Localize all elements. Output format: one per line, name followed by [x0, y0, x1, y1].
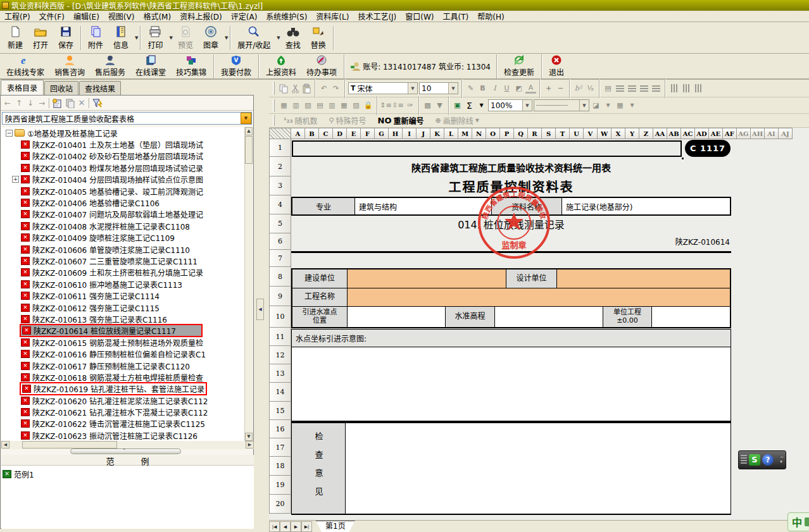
- next-page-button[interactable]: ▶: [291, 521, 301, 532]
- column-header[interactable]: AB: [667, 128, 681, 139]
- help-icon[interactable]: ?: [762, 454, 774, 466]
- font-size-combo[interactable]: 10 ▼: [419, 82, 458, 94]
- font-color-icon[interactable]: A: [525, 84, 536, 94]
- sheet-tab-page1[interactable]: 第1页: [316, 521, 355, 532]
- sheet-corner-cell[interactable]: [269, 128, 291, 139]
- check-opinion-block[interactable]: 检查意见: [291, 421, 731, 515]
- menu-item[interactable]: 格式(M): [139, 10, 175, 22]
- border-dropdown-arrow[interactable]: ▼: [627, 101, 637, 111]
- tree-item[interactable]: ✕ 陕ZKZ-010613 强夯施工记录表C1116: [1, 313, 246, 325]
- row-header[interactable]: 10: [269, 306, 291, 328]
- row-header[interactable]: 9: [269, 287, 291, 306]
- tree-item[interactable]: ✕ 陕ZKZ-010621 钻孔灌注桩水下混凝土记录表C112: [1, 406, 246, 418]
- quick-table-icon[interactable]: ▣: [452, 101, 463, 111]
- copy-note-icon[interactable]: [65, 98, 75, 108]
- row-header[interactable]: 5: [269, 214, 291, 233]
- menu-item[interactable]: 资料库(L): [311, 10, 353, 22]
- specialty-value[interactable]: 建筑与结构: [354, 198, 491, 214]
- info-dropdown-arrow[interactable]: ▼: [135, 35, 138, 40]
- replace-button[interactable]: 替换: [306, 24, 331, 51]
- prev-page-button[interactable]: ◀: [280, 521, 291, 532]
- menu-item[interactable]: 资料上报(D): [175, 10, 227, 22]
- column-header[interactable]: V: [584, 128, 598, 139]
- column-header[interactable]: W: [598, 128, 611, 139]
- tree-item[interactable]: ✕ 陕ZKZ-010615 钢筋混凝土预制桩进场外观质量检: [1, 337, 246, 348]
- first-page-button[interactable]: |◀: [269, 521, 280, 532]
- row-height-icon[interactable]: ⇳≡: [392, 101, 403, 111]
- menu-item[interactable]: 编辑(E): [69, 10, 104, 22]
- toolbar-grip[interactable]: [273, 82, 275, 96]
- expand-collapse-button[interactable]: 展开/收起: [232, 24, 275, 51]
- row-header[interactable]: 15: [269, 402, 291, 420]
- collapse-panel-button[interactable]: ◀: [256, 299, 264, 320]
- scroll-thumb[interactable]: [22, 441, 117, 448]
- selected-cell-range[interactable]: [292, 140, 682, 157]
- stamp-dropdown-arrow[interactable]: ▼: [225, 35, 228, 40]
- floating-toolbar[interactable]: S ? −▾: [738, 450, 786, 469]
- column-header[interactable]: I: [403, 128, 417, 139]
- row-header[interactable]: 1: [269, 139, 291, 157]
- tree-item[interactable]: ✕ 陕ZKZ-010623 振动沉管注桩施工记录表C1126: [1, 430, 246, 441]
- column-header[interactable]: C: [319, 128, 333, 139]
- column-header[interactable]: AH: [751, 128, 765, 139]
- menu-item[interactable]: 工程(P): [0, 10, 35, 22]
- tree-item-selected[interactable]: ✕ 陕ZKZ-010614 桩位放线测量记录C1117: [1, 325, 246, 337]
- sketch-label-band[interactable]: 水点坐标引进示意图:: [291, 329, 731, 347]
- menu-item[interactable]: 评定(A): [227, 10, 262, 22]
- doc-name-value[interactable]: 施工记录(地基部分): [561, 198, 730, 214]
- column-header[interactable]: Z: [639, 128, 653, 139]
- diagonal-border-icon[interactable]: ◪: [591, 101, 601, 111]
- column-header[interactable]: AJ: [779, 128, 793, 139]
- ime-indicator[interactable]: 中: [787, 512, 809, 531]
- menu-item[interactable]: 文件(F): [35, 10, 69, 22]
- underline-button[interactable]: U: [501, 84, 512, 94]
- example-item[interactable]: ✕ 范例1: [1, 468, 254, 479]
- font-name-dropdown-arrow[interactable]: ▼: [408, 83, 417, 94]
- tab-form-catalog[interactable]: 表格目录: [1, 80, 44, 95]
- column-header[interactable]: AF: [723, 128, 737, 139]
- lock-cell-icon[interactable]: 🔒: [363, 101, 373, 111]
- sales-consult-button[interactable]: 销售咨询: [49, 54, 90, 78]
- column-header[interactable]: P: [500, 128, 514, 139]
- project-name-value-cell[interactable]: [347, 288, 730, 306]
- row-header[interactable]: 16: [269, 420, 291, 438]
- pay-button[interactable]: V 我要付款: [216, 54, 256, 78]
- row-header[interactable]: 12: [269, 346, 291, 364]
- fill-color-icon[interactable]: ▩: [422, 101, 433, 111]
- tree-item[interactable]: ✕ 陕ZKZ-010616 静压预制桩桩位偏差自检记录表C1: [1, 348, 246, 359]
- fraction-icon[interactable]: ⅟ₐ: [585, 84, 596, 94]
- vertical-text-right-icon[interactable]: [693, 84, 703, 94]
- menu-item[interactable]: 视图(V): [104, 10, 139, 22]
- upload-data-button[interactable]: 上报资料: [261, 54, 301, 78]
- zoom-dropdown-arrow[interactable]: ▼: [522, 100, 532, 111]
- more-icon[interactable]: ▾: [780, 460, 784, 464]
- scroll-thumb[interactable]: [245, 136, 253, 164]
- tree-expand-slot[interactable]: −: [5, 130, 13, 137]
- builder-value-cell[interactable]: [347, 269, 506, 288]
- elevation-value-cell[interactable]: [494, 307, 603, 327]
- column-header[interactable]: AA: [653, 128, 667, 139]
- font-name-combo[interactable]: T宋体 ▼: [348, 82, 418, 94]
- exit-button[interactable]: 退出: [544, 54, 569, 78]
- insert-column-icon[interactable]: ▥: [327, 101, 337, 111]
- fill-dropdown-arrow[interactable]: ▼: [434, 101, 445, 111]
- vertical-text-center-icon[interactable]: [680, 84, 691, 94]
- renumber-button[interactable]: NO重新编号: [373, 115, 429, 126]
- row-header[interactable]: 17: [269, 438, 291, 457]
- column-header[interactable]: AE: [709, 128, 723, 139]
- tree-item[interactable]: ✕ 陕ZKZ-010622 锤击沉管灌注桩施工记录表C1125: [1, 418, 246, 430]
- align-justify-icon[interactable]: [651, 84, 662, 94]
- menu-item[interactable]: 技术工艺(J): [353, 10, 401, 22]
- new-button[interactable]: 新建: [3, 24, 28, 51]
- highlight-icon[interactable]: ◩: [513, 84, 524, 94]
- tree-vertical-scrollbar[interactable]: ▲ ▼: [244, 127, 253, 441]
- benchmark-value-cell[interactable]: [347, 307, 445, 327]
- delete-column-icon[interactable]: ▨: [351, 101, 361, 111]
- column-header[interactable]: S: [542, 128, 556, 139]
- after-sales-button[interactable]: 售后服务: [90, 54, 130, 78]
- column-header[interactable]: L: [444, 128, 458, 139]
- split-cell-icon[interactable]: ▧: [303, 101, 313, 111]
- nav-up-icon[interactable]: ↑: [15, 99, 23, 108]
- todo-button[interactable]: 待办事项: [301, 54, 342, 78]
- column-header[interactable]: H: [389, 128, 403, 139]
